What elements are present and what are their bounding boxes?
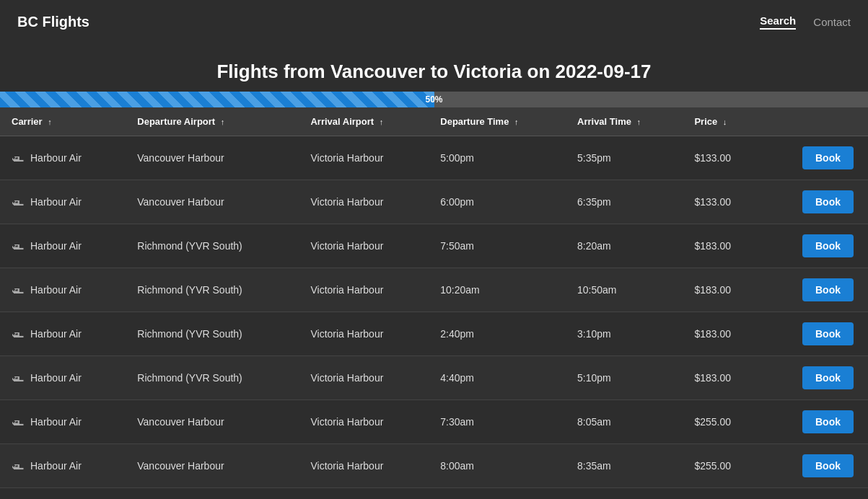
plane-icon: 🛥 (12, 327, 25, 342)
departure-airport: Richmond (YVR South) (126, 268, 299, 312)
plane-icon: 🛥 (12, 459, 25, 474)
arrival-time: 5:35pm (566, 136, 683, 180)
price: $133.00 (683, 180, 763, 224)
arrival-airport: Victoria Harbour (299, 356, 429, 400)
nav-contact[interactable]: Contact (813, 16, 851, 28)
progress-bar-container: 50% (0, 92, 868, 107)
plane-icon: 🛥 (12, 415, 25, 430)
action-cell: Book (763, 356, 868, 400)
col-arrival-time[interactable]: Arrival Time ↑ (566, 107, 683, 136)
book-button[interactable]: Book (802, 278, 854, 301)
app-logo: BC Flights (17, 14, 89, 30)
carrier-cell: 🛥 Harbour Air (0, 444, 126, 488)
action-cell: Book (763, 224, 868, 268)
carrier-name: Harbour Air (30, 240, 82, 252)
arrival-time: 8:35am (566, 444, 683, 488)
col-arrival-airport[interactable]: Arrival Airport ↑ (299, 107, 429, 136)
table-row: 🛥 Harbour Air Vancouver Harbour Victoria… (0, 136, 868, 180)
carrier-cell: 🛥 Harbour Air (0, 268, 126, 312)
carrier-cell: 🛥 Harbour Air (0, 224, 126, 268)
departure-airport: Richmond (YVR South) (126, 356, 299, 400)
price: $183.00 (683, 268, 763, 312)
departure-time: 6:00pm (429, 180, 566, 224)
col-departure-airport[interactable]: Departure Airport ↑ (126, 107, 299, 136)
plane-icon: 🛥 (12, 283, 25, 298)
price: $133.00 (683, 136, 763, 180)
page-title-section: Flights from Vancouver to Victoria on 20… (0, 43, 868, 92)
arrival-airport: Victoria Harbour (299, 268, 429, 312)
departure-airport: Vancouver Harbour (126, 444, 299, 488)
carrier-name: Harbour Air (30, 328, 82, 340)
book-button[interactable]: Book (802, 366, 854, 389)
carrier-cell: 🛥 Harbour Air (0, 356, 126, 400)
carrier-cell: 🛥 Harbour Air (0, 180, 126, 224)
book-button[interactable]: Book (802, 454, 854, 477)
plane-icon: 🛥 (12, 371, 25, 386)
price: $183.00 (683, 312, 763, 356)
carrier-name: Harbour Air (30, 284, 82, 296)
arrival-time: 5:10pm (566, 356, 683, 400)
flights-table: Carrier ↑ Departure Airport ↑ Arrival Ai… (0, 107, 868, 488)
action-cell: Book (763, 312, 868, 356)
arrival-airport: Victoria Harbour (299, 136, 429, 180)
departure-airport: Vancouver Harbour (126, 136, 299, 180)
departure-time: 2:40pm (429, 312, 566, 356)
col-action (763, 107, 868, 136)
arrival-airport: Victoria Harbour (299, 312, 429, 356)
plane-icon: 🛥 (12, 195, 25, 210)
carrier-cell: 🛥 Harbour Air (0, 136, 126, 180)
arrival-airport: Victoria Harbour (299, 444, 429, 488)
nav-search[interactable]: Search (760, 14, 796, 30)
carrier-name: Harbour Air (30, 372, 82, 384)
carrier-name: Harbour Air (30, 152, 82, 164)
action-cell: Book (763, 136, 868, 180)
col-carrier[interactable]: Carrier ↑ (0, 107, 126, 136)
carrier-cell: 🛥 Harbour Air (0, 312, 126, 356)
arrival-airport: Victoria Harbour (299, 400, 429, 444)
table-row: 🛥 Harbour Air Vancouver Harbour Victoria… (0, 400, 868, 444)
price: $183.00 (683, 224, 763, 268)
plane-icon: 🛥 (12, 151, 25, 166)
departure-airport: Richmond (YVR South) (126, 312, 299, 356)
book-button[interactable]: Book (802, 322, 854, 345)
departure-time: 7:30am (429, 400, 566, 444)
plane-icon: 🛥 (12, 239, 25, 254)
departure-time: 8:00am (429, 444, 566, 488)
table-row: 🛥 Harbour Air Richmond (YVR South) Victo… (0, 268, 868, 312)
table-body: 🛥 Harbour Air Vancouver Harbour Victoria… (0, 136, 868, 488)
action-cell: Book (763, 180, 868, 224)
departure-airport: Vancouver Harbour (126, 180, 299, 224)
arrival-time: 3:10pm (566, 312, 683, 356)
book-button[interactable]: Book (802, 234, 854, 257)
departure-airport: Vancouver Harbour (126, 400, 299, 444)
departure-time: 10:20am (429, 268, 566, 312)
departure-time: 7:50am (429, 224, 566, 268)
arrival-time: 8:20am (566, 224, 683, 268)
book-button[interactable]: Book (802, 190, 854, 213)
book-button[interactable]: Book (802, 146, 854, 169)
departure-time: 4:40pm (429, 356, 566, 400)
progress-bar-fill (0, 92, 434, 107)
col-price[interactable]: Price ↓ (683, 107, 763, 136)
navbar: BC Flights Search Contact (0, 0, 868, 43)
departure-airport: Richmond (YVR South) (126, 224, 299, 268)
table-header: Carrier ↑ Departure Airport ↑ Arrival Ai… (0, 107, 868, 136)
carrier-name: Harbour Air (30, 416, 82, 428)
price: $255.00 (683, 400, 763, 444)
nav-links: Search Contact (760, 14, 851, 30)
table-row: 🛥 Harbour Air Richmond (YVR South) Victo… (0, 312, 868, 356)
action-cell: Book (763, 400, 868, 444)
price: $183.00 (683, 356, 763, 400)
table-row: 🛥 Harbour Air Richmond (YVR South) Victo… (0, 356, 868, 400)
arrival-airport: Victoria Harbour (299, 180, 429, 224)
col-departure-time[interactable]: Departure Time ↑ (429, 107, 566, 136)
page-title: Flights from Vancouver to Victoria on 20… (0, 61, 868, 83)
arrival-time: 8:05am (566, 400, 683, 444)
flights-table-container: Carrier ↑ Departure Airport ↑ Arrival Ai… (0, 107, 868, 488)
carrier-cell: 🛥 Harbour Air (0, 400, 126, 444)
book-button[interactable]: Book (802, 410, 854, 433)
carrier-name: Harbour Air (30, 196, 82, 208)
arrival-airport: Victoria Harbour (299, 224, 429, 268)
price: $255.00 (683, 444, 763, 488)
table-row: 🛥 Harbour Air Richmond (YVR South) Victo… (0, 224, 868, 268)
